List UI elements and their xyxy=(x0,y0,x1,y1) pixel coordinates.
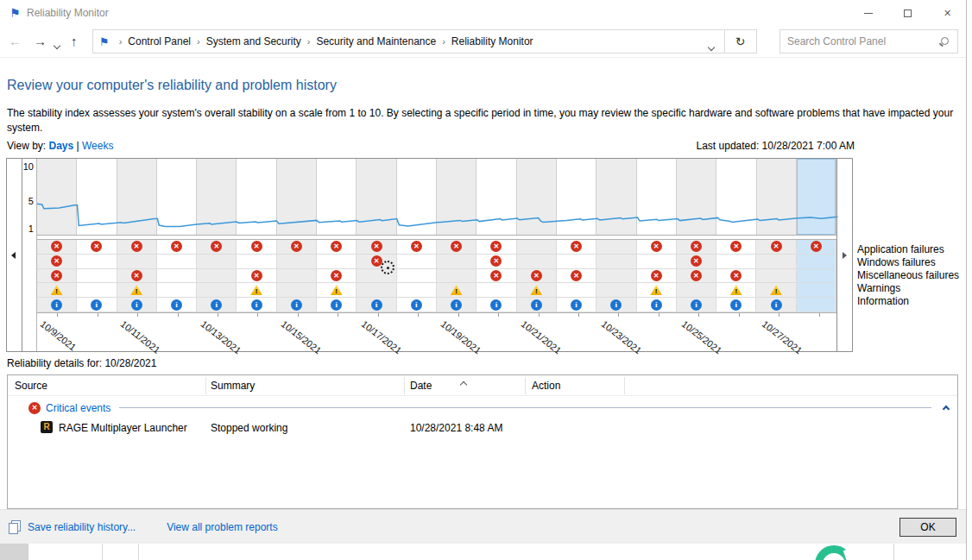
chart-cell[interactable]: ✕ xyxy=(477,269,516,284)
chart-cell[interactable]: ✕ xyxy=(557,240,596,255)
chart-cell[interactable]: i xyxy=(677,298,716,312)
chart-cell[interactable]: ✕ xyxy=(517,269,557,284)
event-group-row[interactable]: ✕Critical events xyxy=(8,400,957,415)
chart-cell[interactable] xyxy=(716,255,756,269)
chart-cell[interactable]: ✕ xyxy=(716,240,756,255)
chart-cell[interactable] xyxy=(437,255,477,269)
chart-cell[interactable]: i xyxy=(77,298,117,312)
chart-cell[interactable] xyxy=(157,269,197,284)
recent-pages-chevron[interactable] xyxy=(54,39,60,51)
chart-cell[interactable]: ✕ xyxy=(677,255,716,269)
chart-cell[interactable]: ! xyxy=(237,283,276,298)
close-button[interactable]: ✕ xyxy=(928,0,967,26)
chart-cell[interactable]: ✕ xyxy=(277,240,317,255)
chart-cell[interactable]: i xyxy=(157,298,197,312)
chart-cell[interactable] xyxy=(437,269,477,284)
breadcrumb-item-system-and-security[interactable]: System and Security xyxy=(206,35,301,47)
chart-cell[interactable]: ✕ xyxy=(77,240,117,255)
chart-cell[interactable]: ✕ xyxy=(37,269,77,284)
chart-cell[interactable]: i xyxy=(117,298,157,312)
chart-cell[interactable] xyxy=(277,269,317,284)
table-row[interactable]: RRAGE Multiplayer LauncherStopped workin… xyxy=(8,421,957,435)
chart-cell[interactable]: ✕ xyxy=(117,240,157,255)
chart-cell[interactable]: ✕ xyxy=(357,240,396,255)
chart-cell[interactable]: ✕ xyxy=(397,240,437,255)
chart-cell[interactable]: ✕ xyxy=(756,240,796,255)
chart-cell[interactable]: ✕ xyxy=(317,240,357,255)
chart-cell[interactable] xyxy=(637,255,677,269)
chart-cell[interactable]: ✕ xyxy=(797,240,836,255)
chart-cell[interactable]: ! xyxy=(756,283,796,298)
address-dropdown-chevron[interactable] xyxy=(709,41,714,53)
column-header-date[interactable]: Date xyxy=(410,380,432,392)
column-header-summary[interactable]: Summary xyxy=(211,380,255,392)
chart-cell[interactable]: ✕ xyxy=(677,240,716,255)
chart-cell[interactable]: i xyxy=(517,298,557,312)
chart-scroll-right[interactable] xyxy=(836,159,852,351)
chart-cell[interactable] xyxy=(557,283,596,298)
chart-cell[interactable] xyxy=(237,255,276,269)
chart-cell[interactable]: ✕ xyxy=(677,269,716,284)
chart-cell[interactable]: ✕ xyxy=(557,269,596,284)
chart-cell[interactable] xyxy=(197,269,237,284)
chart-cell[interactable] xyxy=(77,283,117,298)
chart-cell[interactable]: ✕ xyxy=(237,240,276,255)
chart-cell[interactable]: ✕ xyxy=(197,240,237,255)
chart-cell[interactable]: ✕ xyxy=(157,240,197,255)
chart-cell[interactable] xyxy=(397,283,437,298)
view-by-weeks-link[interactable]: Weeks xyxy=(82,140,113,152)
chart-cell[interactable] xyxy=(197,283,237,298)
breadcrumb-item-control-panel[interactable]: Control Panel xyxy=(128,35,191,47)
save-history-link[interactable]: Save reliability history... xyxy=(28,521,136,533)
breadcrumb-flag-icon[interactable]: ⚑ xyxy=(99,35,110,48)
chart-cell[interactable]: i xyxy=(557,298,596,312)
chart-cell[interactable]: i xyxy=(596,298,636,312)
chart-cell[interactable] xyxy=(797,269,836,284)
chart-cell[interactable] xyxy=(756,255,796,269)
chart-cell[interactable] xyxy=(797,283,836,298)
chart-cell[interactable]: ✕ xyxy=(437,240,477,255)
maximize-button[interactable] xyxy=(888,0,927,26)
chart-cell[interactable]: ✕ xyxy=(477,240,516,255)
minimize-button[interactable] xyxy=(849,0,887,26)
column-header-source[interactable]: Source xyxy=(15,380,47,392)
chart-scroll-left[interactable] xyxy=(7,159,22,351)
chart-cell[interactable]: ✕ xyxy=(637,240,677,255)
chart-cell[interactable] xyxy=(357,283,396,298)
chart-cell[interactable] xyxy=(557,255,596,269)
ok-button[interactable]: OK xyxy=(899,518,956,537)
chart-cell[interactable]: i xyxy=(477,298,516,312)
chart-cell[interactable] xyxy=(517,240,557,255)
chart-cell[interactable]: ! xyxy=(317,283,357,298)
chart-cell[interactable]: i xyxy=(397,298,437,312)
search-input[interactable] xyxy=(787,35,939,47)
chart-cell[interactable] xyxy=(596,240,636,255)
chart-cell[interactable]: ! xyxy=(437,283,477,298)
chart-cell[interactable] xyxy=(596,255,636,269)
chart-cell[interactable]: ! xyxy=(716,283,756,298)
chart-cell[interactable]: i xyxy=(317,298,357,312)
chart-cell[interactable]: i xyxy=(716,298,756,312)
view-by-days-link[interactable]: Days xyxy=(48,140,73,152)
collapse-chevron-icon[interactable] xyxy=(944,402,949,414)
chart-cell[interactable]: i xyxy=(357,298,396,312)
chart-cell[interactable]: ✕ xyxy=(237,269,276,284)
chart-cell[interactable]: i xyxy=(637,298,677,312)
chart-cell[interactable] xyxy=(596,283,636,298)
chart-cell[interactable] xyxy=(157,283,197,298)
forward-button[interactable]: → xyxy=(34,34,47,48)
chart-cell[interactable] xyxy=(317,255,357,269)
chart-cell[interactable]: ! xyxy=(37,283,77,298)
chart-cell[interactable]: ✕ xyxy=(317,269,357,284)
chart-cell[interactable]: i xyxy=(37,298,77,312)
chart-cell[interactable]: i xyxy=(237,298,276,312)
chart-cell[interactable] xyxy=(277,255,317,269)
chart-cell[interactable]: ✕ xyxy=(37,240,77,255)
chart-cell[interactable]: i xyxy=(277,298,317,312)
breadcrumb-item-security-and-maintenance[interactable]: Security and Maintenance xyxy=(316,35,436,47)
up-button[interactable]: ↑ xyxy=(71,34,78,48)
chart-cell[interactable]: i xyxy=(756,298,796,312)
chart-cell[interactable]: ✕ xyxy=(637,269,677,284)
chart-cell[interactable] xyxy=(596,269,636,284)
chart-cell[interactable]: ! xyxy=(637,283,677,298)
